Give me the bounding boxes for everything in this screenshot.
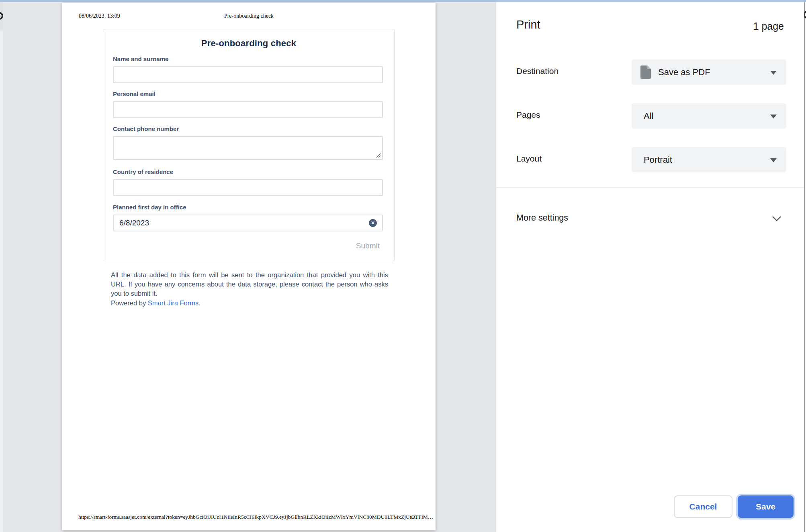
pages-dropdown[interactable]: All [632,103,786,129]
pdf-file-icon [640,65,651,79]
more-settings-toggle[interactable]: More settings [496,203,806,231]
field-label-name: Name and surname [113,55,168,62]
page-footer-url: https://smart-forms.saasjet.com/external… [78,514,433,520]
clipped-background-glyph-right [804,2,806,26]
form-title: Pre-onboarding check [103,38,394,49]
clipped-background-glyph-right-arc [804,11,806,18]
powered-by-suffix: . [198,299,200,307]
powered-by-line: Powered by Smart Jira Forms. [111,299,200,307]
layout-dropdown[interactable]: Portrait [632,147,786,172]
caret-down-icon [770,71,777,75]
panel-divider [496,187,806,188]
print-dialog-title: Print [516,18,540,31]
pages-value: All [644,103,653,129]
email-input[interactable] [113,101,383,118]
disclaimer-line: URL. If you have any concerns about the … [111,280,388,289]
background-page-sliver [0,2,3,532]
caret-down-icon [770,115,777,119]
layout-value: Portrait [644,147,672,172]
print-preview-screen: 08/06/2023, 13:09 Pre-onboarding check P… [0,0,806,532]
pages-label: Pages [516,110,540,120]
caret-down-icon [770,158,777,162]
destination-label: Destination [516,66,558,76]
disclaimer-line: you to submit it. [111,289,388,298]
first-day-date-input[interactable]: 6/8/2023 ✕ [113,215,383,231]
background-page-sliver-lower [0,31,3,532]
submit-button[interactable]: Submit [356,241,380,250]
page-footer-page-indicator: 1/1 [411,514,417,520]
form-disclaimer: All the data added to this form will be … [111,270,388,298]
first-day-date-value: 6/8/2023 [119,215,149,231]
field-label-country: Country of residence [113,168,173,175]
chevron-down-icon [772,216,781,221]
window-right-edge-line [804,2,805,532]
save-button[interactable]: Save [738,495,794,518]
field-label-phone: Contact phone number [113,125,179,132]
country-input[interactable] [113,179,383,196]
cancel-button[interactable]: Cancel [674,495,732,518]
window-right-edge [804,2,806,532]
layout-label: Layout [516,154,542,164]
name-input[interactable] [113,66,383,83]
destination-dropdown[interactable]: Save as PDF [632,59,786,85]
field-label-email: Personal email [113,90,155,97]
page-header-title: Pre-onboarding check [62,13,436,19]
destination-value: Save as PDF [658,59,710,85]
clipped-background-glyph [0,12,3,20]
powered-by-prefix: Powered by [111,299,148,307]
page-count-label: 1 page [753,20,784,32]
print-settings-panel: Print 1 page Destination Save as PDF Pag… [496,2,806,532]
more-settings-label: More settings [516,213,568,223]
field-label-first-day: Planned first day in office [113,204,186,211]
onboarding-form-card: Pre-onboarding check Name and surname Pe… [103,29,395,261]
smart-jira-forms-link[interactable]: Smart Jira Forms [148,299,199,307]
phone-textarea[interactable] [113,136,383,160]
disclaimer-line: All the data added to this form will be … [111,270,388,280]
clear-circle-icon[interactable]: ✕ [369,219,377,227]
resize-handle-icon[interactable] [375,152,381,158]
page-footer: https://smart-forms.saasjet.com/external… [78,514,419,521]
print-preview-page: 08/06/2023, 13:09 Pre-onboarding check P… [62,3,436,530]
